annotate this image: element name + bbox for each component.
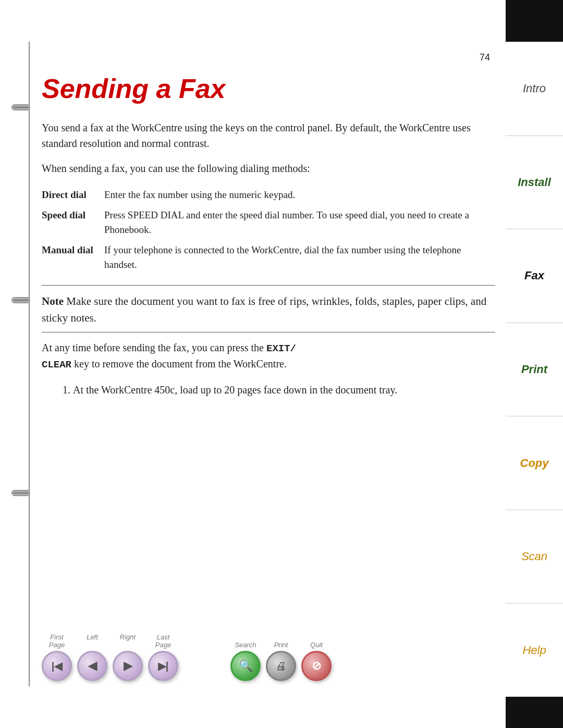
first-page-label: First Page [42, 633, 72, 649]
right-button[interactable]: ▶ [113, 651, 143, 681]
sidebar: Intro Install Fax Print Copy Scan Help [506, 0, 563, 728]
sidebar-item-help[interactable]: Help [506, 603, 563, 697]
speed-dial-desc: Press SPEED DIAL and enter the speed dia… [104, 206, 495, 241]
page-title: Sending a Fax [42, 73, 495, 104]
last-page-label: Last Page [148, 633, 178, 649]
binding-hole-bottom [11, 490, 30, 496]
nav-right-buttons: 🔍 🖨 ⊘ [230, 651, 332, 681]
divider-2 [42, 332, 495, 332]
print-icon: 🖨 [276, 660, 286, 672]
binding-hole-top [11, 104, 30, 110]
binding-hole-middle [11, 297, 30, 303]
sidebar-help-label: Help [522, 644, 546, 657]
search-label: Search [230, 641, 261, 649]
quit-label: Quit [301, 641, 332, 649]
first-page-button[interactable]: |◀ [42, 651, 72, 681]
direct-dial-label: Direct dial [42, 186, 104, 206]
binding-screw-top [11, 104, 30, 110]
note-text: Make sure the document you want to fax i… [42, 295, 486, 325]
search-button[interactable]: 🔍 [230, 651, 261, 681]
first-page-icon: |◀ [52, 660, 63, 672]
nav-buttons-row: |◀ ◀ ▶ ▶| 🔍 [42, 651, 495, 681]
nav-right-labels: Search Print Quit [230, 641, 332, 649]
nav-left-buttons: |◀ ◀ ▶ ▶| [42, 651, 178, 681]
search-icon: 🔍 [239, 659, 253, 673]
direct-dial-desc: Enter the fax number using the numeric k… [104, 186, 495, 206]
nav-labels-row: First Page Left Right Last Page Search P… [42, 633, 495, 649]
nav-left-labels: First Page Left Right Last Page [42, 633, 178, 649]
dial-methods-table: Direct dial Enter the fax number using t… [42, 186, 495, 276]
sidebar-top-bar [506, 0, 563, 42]
binding-screw-middle [11, 297, 30, 303]
note-label: Note [42, 295, 64, 307]
table-row: Speed dial Press SPEED DIAL and enter th… [42, 206, 495, 241]
print-button[interactable]: 🖨 [266, 651, 296, 681]
binding-screw-bottom [11, 490, 30, 496]
sidebar-fax-label: Fax [524, 269, 544, 282]
sidebar-bottom-bar [506, 697, 563, 728]
manual-dial-desc: If your telephone is connected to the Wo… [104, 241, 495, 276]
sidebar-item-copy[interactable]: Copy [506, 416, 563, 510]
sidebar-item-intro[interactable]: Intro [506, 42, 563, 135]
quit-button[interactable]: ⊘ [301, 651, 332, 681]
sidebar-item-fax[interactable]: Fax [506, 229, 563, 323]
binding-line [29, 42, 30, 686]
sidebar-scan-label: Scan [521, 550, 547, 563]
intro-paragraph: You send a fax at the WorkCentre using t… [42, 120, 495, 151]
manual-dial-label: Manual dial [42, 241, 104, 276]
step-1: At the WorkCentre 450c, load up to 20 pa… [73, 382, 495, 398]
exit-text: At any time before sending the fax, you … [42, 340, 495, 373]
left-button[interactable]: ◀ [77, 651, 107, 681]
main-content: Sending a Fax You send a fax at the Work… [42, 42, 495, 686]
sidebar-item-print[interactable]: Print [506, 323, 563, 416]
right-icon: ▶ [124, 659, 132, 673]
note-block: Note Make sure the document you want to … [42, 293, 495, 327]
left-icon: ◀ [88, 659, 97, 673]
dialing-intro: When sending a fax, you can use the foll… [42, 161, 495, 176]
sidebar-install-label: Install [518, 176, 551, 189]
speed-dial-label: Speed dial [42, 206, 104, 241]
quit-icon: ⊘ [312, 659, 321, 673]
table-row: Manual dial If your telephone is connect… [42, 241, 495, 276]
steps-list: At the WorkCentre 450c, load up to 20 pa… [57, 382, 495, 398]
nav-bar: First Page Left Right Last Page Search P… [42, 633, 495, 681]
last-page-button[interactable]: ▶| [148, 651, 178, 681]
divider-1 [42, 285, 495, 286]
right-label: Right [113, 633, 143, 649]
last-page-icon: ▶| [158, 660, 169, 672]
sidebar-intro-label: Intro [523, 82, 546, 95]
sidebar-item-scan[interactable]: Scan [506, 510, 563, 603]
sidebar-item-install[interactable]: Install [506, 135, 563, 229]
left-label: Left [77, 633, 107, 649]
print-label: Print [266, 641, 296, 649]
sidebar-print-label: Print [521, 363, 547, 376]
sidebar-copy-label: Copy [520, 456, 549, 470]
table-row: Direct dial Enter the fax number using t… [42, 186, 495, 206]
